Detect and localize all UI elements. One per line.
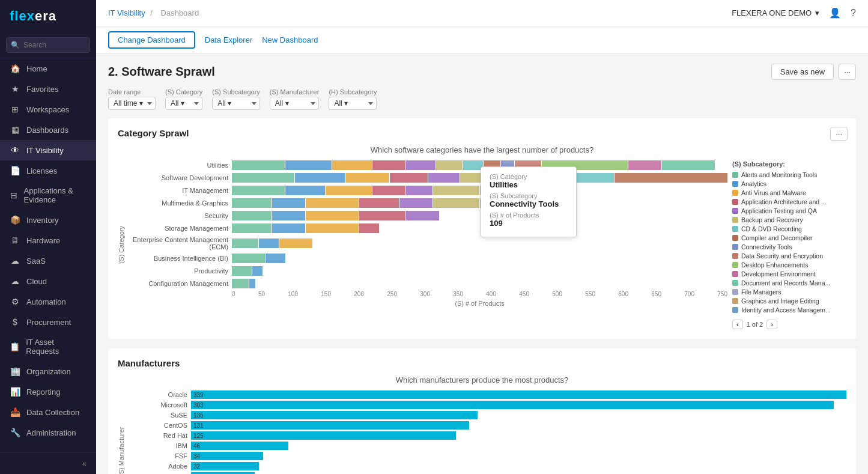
account-label: FLEXERA ONE DEMO	[732, 8, 812, 17]
breadcrumb-parent[interactable]: IT Visibility	[108, 8, 145, 17]
user-icon[interactable]: 👤	[829, 7, 841, 19]
legend-color-15	[732, 307, 738, 313]
category-bar-segment	[399, 198, 432, 208]
sidebar-item-applications[interactable]: ⊟Applications & Evidence	[0, 181, 96, 210]
manufacturer-bar: 46	[191, 442, 288, 450]
tooltip-products-label: (S) # of Products	[490, 211, 568, 219]
filter-select-0[interactable]: All time ▾	[108, 97, 156, 110]
sidebar-item-inventory[interactable]: 📦Inventory	[0, 210, 96, 230]
sidebar-item-dashboards[interactable]: ▦Dashboards	[0, 120, 96, 140]
legend-item: Alerts and Monitoring Tools	[732, 171, 846, 178]
category-sprawl-question: Which software categories have the large…	[118, 145, 846, 154]
category-bar-row[interactable]: Storage Management	[132, 223, 727, 233]
more-options-button[interactable]: ···	[839, 64, 856, 80]
filter-select-3[interactable]: All ▾	[270, 97, 320, 110]
tooltip-subcategory-label: (S) Subcategory	[490, 192, 568, 199]
manufacturer-bar-row[interactable]: Adobe32	[127, 462, 846, 470]
legend-item: CD & DVD Recording	[732, 225, 846, 232]
category-bar-row[interactable]: Configuration Management	[132, 279, 727, 288]
x-tick: 750	[717, 291, 727, 297]
filter-select-1[interactable]: All ▾	[165, 97, 202, 110]
manufacturer-bar-row[interactable]: CentOS131	[127, 421, 846, 430]
legend-item: Application Architecture and ...	[732, 198, 846, 205]
filter-label-1: (S) Category	[165, 88, 202, 96]
category-bar-row[interactable]: Software Development	[132, 173, 727, 183]
category-bar-segment	[232, 173, 294, 183]
legend-prev-button[interactable]: ‹	[732, 320, 743, 329]
category-bar-segment	[326, 186, 372, 195]
sidebar-item-saas[interactable]: ☁SaaS	[0, 251, 96, 271]
legend-next-button[interactable]: ›	[766, 320, 777, 329]
manufacturer-bar-row[interactable]: Oracle339	[127, 390, 846, 399]
sidebar-item-automation[interactable]: ⚙Automation	[0, 291, 96, 312]
category-bar-segment	[279, 239, 312, 248]
sidebar-item-it-visibility[interactable]: 👁IT Visibility	[0, 140, 96, 160]
sidebar-item-licenses[interactable]: 📄Licenses	[0, 160, 96, 181]
filter-select-4[interactable]: All ▾	[329, 97, 377, 110]
category-bar-row[interactable]: Security	[132, 211, 727, 220]
data-explorer-link[interactable]: Data Explorer	[205, 32, 252, 47]
manufacturer-bar-row[interactable]: IBM46	[127, 442, 846, 450]
save-as-new-button[interactable]: Save as new	[771, 64, 834, 80]
category-legend: (S) Subcategory: Alerts and Monitoring T…	[732, 160, 846, 329]
topbar: IT Visibility / Dashboard FLEXERA ONE DE…	[96, 0, 868, 26]
manufacturers-section: Manufacturers Which manufacturers produc…	[108, 348, 856, 474]
sidebar-item-favorites[interactable]: ★Favorites	[0, 79, 96, 99]
sidebar-item-it-asset[interactable]: 📋IT Asset Requests	[0, 332, 96, 361]
dashboard-actions: Save as new ···	[771, 64, 856, 80]
manufacturer-bar-row[interactable]: SuSE135	[127, 411, 846, 419]
category-bar-row[interactable]: Enterprise Content Management (ECM)	[132, 236, 727, 251]
category-bar-segment	[436, 160, 463, 170]
help-icon[interactable]: ?	[851, 8, 856, 19]
sidebar-item-procurement[interactable]: $Procurement	[0, 312, 96, 332]
manufacturer-bar-value: 46	[193, 443, 200, 449]
category-sprawl-more-button[interactable]: ···	[830, 127, 848, 141]
category-bar-row[interactable]: Utilities	[132, 160, 727, 170]
manufacturer-bar-row[interactable]: Microsoft303	[127, 401, 846, 409]
account-selector[interactable]: FLEXERA ONE DEMO ▾	[732, 8, 819, 17]
legend-item: Graphics and Image Editing	[732, 297, 846, 305]
filter-label-3: (S) Manufacturer	[270, 88, 320, 96]
sidebar-item-cloud[interactable]: ☁Cloud	[0, 271, 96, 291]
category-bar-row[interactable]: Business Intelligence (BI)	[132, 254, 727, 263]
manufacturer-bar-row[interactable]: Red Hat125	[127, 431, 846, 440]
filter-select-2[interactable]: All ▾	[212, 97, 259, 110]
change-dashboard-button[interactable]: Change Dashboard	[108, 31, 195, 49]
category-bar-label: Software Development	[132, 174, 228, 181]
category-bar-segment	[272, 223, 305, 233]
sidebar-item-administration[interactable]: 🔧Administration	[0, 422, 96, 443]
breadcrumb-separator: /	[150, 8, 153, 17]
sidebar-collapse-button[interactable]: «	[0, 452, 96, 474]
nav-icon-hardware: 🖥	[10, 235, 20, 245]
manufacturer-bar-label: FSF	[127, 452, 187, 460]
filter-group-1: (S) Category All ▾	[165, 88, 202, 110]
category-bar-row[interactable]: Multimedia & Graphics	[132, 198, 727, 208]
category-x-ticks: 0501001502002503003504004505005506006507…	[232, 291, 727, 297]
x-tick: 150	[321, 291, 331, 297]
manufacturer-bar-row[interactable]: FSF34	[127, 452, 846, 460]
nav-label-data-collection: Data Collection	[26, 408, 79, 417]
new-dashboard-link[interactable]: New Dashboard	[262, 32, 318, 47]
tooltip-category-value: Utilities	[490, 180, 568, 189]
category-bar-row[interactable]: IT Management	[132, 186, 727, 195]
category-bar-segment	[433, 198, 479, 208]
sidebar-item-organization[interactable]: 🏢Organization	[0, 361, 96, 381]
category-bar-segment	[232, 211, 272, 220]
sidebar-item-home[interactable]: 🏠Home	[0, 58, 96, 79]
sidebar-item-reporting[interactable]: 📊Reporting	[0, 381, 96, 402]
category-bar-segments	[232, 173, 727, 183]
sidebar-item-hardware[interactable]: 🖥Hardware	[0, 230, 96, 251]
x-tick: 600	[618, 291, 628, 297]
legend-label-1: Analytics	[741, 180, 766, 187]
manufacturer-bar-label: Red Hat	[127, 432, 187, 439]
sidebar-item-workspaces[interactable]: ⊞Workspaces	[0, 99, 96, 120]
category-bar-segment	[272, 198, 305, 208]
x-tick: 250	[387, 291, 397, 297]
category-bar-segment	[272, 211, 305, 220]
dashboard-title: 2. Software Sprawl	[108, 65, 215, 79]
category-bar-row[interactable]: Productivity	[132, 266, 727, 276]
filter-label-4: (H) Subcategory	[329, 88, 377, 96]
category-bar-segment	[295, 173, 345, 183]
sidebar-item-data-collection[interactable]: 📥Data Collection	[0, 402, 96, 422]
legend-label-11: Development Environment	[741, 270, 816, 278]
